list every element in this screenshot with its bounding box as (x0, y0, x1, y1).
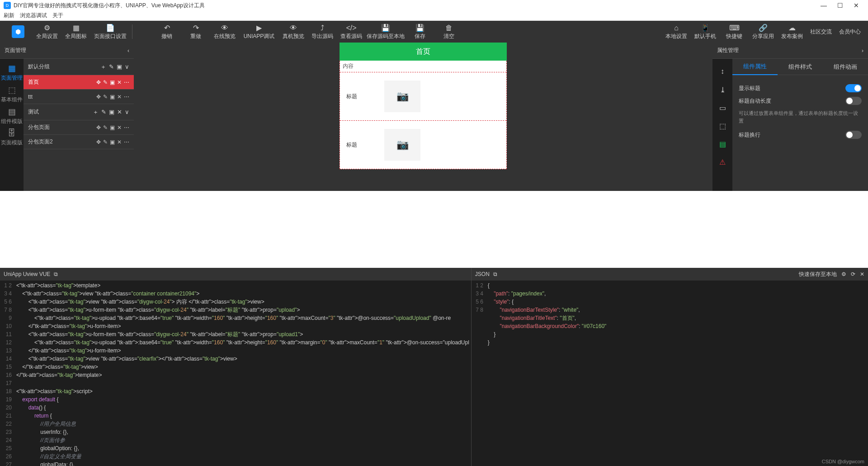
menu-refresh[interactable]: 刷新 (4, 12, 14, 19)
phone-title: 首页 (340, 43, 507, 61)
page-action-icon[interactable]: ✎ (103, 94, 108, 100)
page-action-icon[interactable]: ∨ (125, 63, 129, 70)
upload-placeholder[interactable]: 📷 (384, 81, 420, 112)
copy-icon[interactable]: ⧉ (54, 271, 58, 277)
tb-right-5[interactable]: 社区交流 (807, 21, 835, 42)
prop-wrap: 标题换行 (739, 131, 862, 139)
page-action-icon[interactable]: ✕ (117, 94, 122, 100)
page-action-icon[interactable]: ▣ (110, 94, 115, 100)
tb-mid-1[interactable]: ↷重做 (181, 21, 210, 42)
menu-browser-debug[interactable]: 浏览器调试 (20, 12, 47, 19)
tb-mid-2[interactable]: 👁在线预览 (210, 21, 239, 42)
prop-tab-1[interactable]: 组件样式 (778, 63, 823, 71)
code-editor[interactable]: 1 2 3 4 5 6 7 8 { "path": "pages/index",… (472, 281, 868, 466)
menu-about[interactable]: 关于 (52, 12, 63, 19)
refresh-icon[interactable]: ⟳ (851, 271, 855, 277)
page-action-icon[interactable]: ✕ (117, 139, 122, 145)
left-tab-0[interactable]: ▦页面管理 (0, 62, 24, 83)
page-action-icon[interactable]: ∨ (125, 109, 129, 115)
tb-mid-3[interactable]: ▶UNIAPP调试 (239, 21, 279, 42)
page-action-icon[interactable]: ＋ (93, 108, 99, 116)
page-action-icon[interactable]: ⋯ (124, 79, 129, 86)
page-action-icon[interactable]: ⋯ (124, 124, 129, 131)
page-item[interactable]: 首页✥✎▣✕⋯ (24, 75, 134, 90)
left-tab-3[interactable]: 🗄页面模版 (0, 127, 24, 148)
minimize-button[interactable]: — (816, 2, 832, 9)
page-action-icon[interactable]: ⋯ (124, 94, 129, 100)
tb-left-2[interactable]: 📄页面接口设置 (90, 21, 130, 42)
page-action-icon[interactable]: ✕ (117, 109, 122, 115)
left-tab-2[interactable]: ▤组件模版 (0, 105, 24, 127)
page-action-icon[interactable]: ▣ (110, 139, 115, 145)
tb-right-0[interactable]: ⌂本地设置 (662, 21, 691, 42)
left-tab-1[interactable]: ⬚基本组件 (0, 83, 24, 105)
page-action-icon[interactable]: ▣ (110, 79, 115, 86)
maximize-button[interactable]: ☐ (832, 2, 848, 9)
right-side-icon-2[interactable]: ▭ (712, 99, 732, 117)
upload-placeholder[interactable]: 📷 (384, 129, 420, 161)
code-editor[interactable]: 1 2 3 4 5 6 7 8 9 10 11 12 13 14 15 16 1… (0, 281, 471, 466)
page-action-icon[interactable]: ＋ (100, 63, 106, 71)
content-label: 内容 (340, 61, 506, 72)
tb-right-1[interactable]: 📱默认手机 (691, 21, 720, 42)
tb-mid-5[interactable]: ⤴导出源码 (308, 21, 337, 42)
tb-mid-7[interactable]: 💾保存源码至本地 (366, 21, 406, 42)
page-action-icon[interactable]: ✕ (117, 79, 122, 86)
quick-save-button[interactable]: 快速保存至本地 (799, 271, 837, 278)
close-pane-icon[interactable]: ✕ (860, 271, 864, 277)
page-item[interactable]: ttt✥✎▣✕⋯ (24, 90, 134, 104)
form-row[interactable]: 标题 📷 (340, 121, 506, 169)
page-action-icon[interactable]: ✎ (103, 124, 108, 131)
page-action-icon[interactable]: ✎ (103, 139, 108, 145)
right-side-icon-3[interactable]: ⬚ (712, 117, 732, 135)
page-action-icon[interactable]: ▣ (117, 63, 122, 70)
page-action-icon[interactable]: ✥ (96, 139, 101, 145)
page-action-icon[interactable]: ✎ (101, 109, 106, 115)
code-pane-json: JSON ⧉ 快速保存至本地 ⚙ ⟳ ✕ 1 2 3 4 5 6 7 8 { "… (472, 268, 868, 466)
close-button[interactable]: ✕ (848, 2, 864, 9)
tb-mid-8[interactable]: 💾保存 (406, 21, 434, 42)
switch-wrap[interactable] (845, 131, 862, 139)
tb-right-3[interactable]: 🔗分享应用 (749, 21, 778, 42)
page-action-icon[interactable]: ✥ (96, 124, 101, 131)
tb-right-4[interactable]: ☁发布案例 (778, 21, 807, 42)
phone-content[interactable]: 内容 标题 📷 标题 📷 (340, 61, 507, 169)
right-side-icon-4[interactable]: ▤ (712, 135, 732, 153)
right-side-icon-1[interactable]: ⤓ (712, 81, 732, 99)
tb-right-2[interactable]: ⌨快捷键 (720, 21, 749, 42)
collapse-left-icon[interactable]: ‹ (127, 48, 129, 54)
tb-left-0[interactable]: ⚙全局设置 (33, 21, 61, 42)
left-panel: 页面管理 ‹ ▦页面管理⬚基本组件▤组件模版🗄页面模版 默认分组＋✎▣∨首页✥✎… (0, 43, 134, 191)
page-group[interactable]: 测试＋✎▣✕∨ (24, 104, 134, 120)
switch-show-title[interactable] (845, 84, 862, 92)
tb-mid-0[interactable]: ↶撤销 (152, 21, 181, 42)
right-side-icon-5[interactable]: ⚠ (712, 153, 732, 171)
page-item[interactable]: 分包页面✥✎▣✕⋯ (24, 120, 134, 135)
right-side-icon-0[interactable]: ↕ (712, 62, 732, 81)
page-item[interactable]: 分包页面2✥✎▣✕⋯ (24, 135, 134, 149)
page-action-icon[interactable]: ▣ (110, 124, 115, 131)
tb-left-1[interactable]: ▦全局图标 (61, 21, 90, 42)
watermark: CSDN @diygwcom (822, 459, 864, 464)
tb-mid-9[interactable]: 🗑清空 (434, 21, 463, 42)
tb-mid-4[interactable]: 👁真机预览 (279, 21, 308, 42)
page-action-icon[interactable]: ✎ (103, 79, 108, 86)
tb-mid-6[interactable]: </>查看源码 (337, 21, 366, 42)
copy-icon[interactable]: ⧉ (493, 271, 497, 277)
gear-icon[interactable]: ⚙ (841, 271, 846, 277)
form-row[interactable]: 标题 📷 (340, 72, 506, 121)
prop-tab-2[interactable]: 组件动画 (823, 63, 868, 71)
prop-tab-0[interactable]: 组件属性 (732, 59, 778, 75)
toolbar-logo[interactable]: ⬢ (4, 21, 33, 42)
app-logo: D (4, 2, 11, 9)
page-action-icon[interactable]: ✥ (96, 94, 101, 100)
page-action-icon[interactable]: ✥ (96, 79, 101, 86)
page-action-icon[interactable]: ✎ (109, 63, 114, 70)
page-action-icon[interactable]: ✕ (117, 124, 122, 131)
tb-right-6[interactable]: 会员中心 (835, 21, 864, 42)
collapse-right-icon[interactable]: › (862, 48, 863, 54)
page-action-icon[interactable]: ▣ (109, 109, 114, 115)
page-action-icon[interactable]: ⋯ (124, 139, 129, 145)
page-group[interactable]: 默认分组＋✎▣∨ (24, 59, 134, 75)
switch-auto-width[interactable] (845, 97, 862, 105)
